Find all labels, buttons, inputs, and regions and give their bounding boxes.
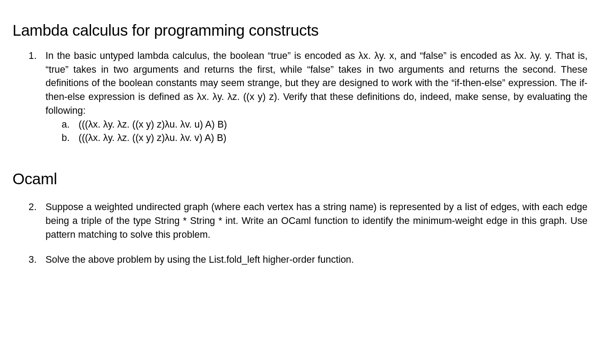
problem-2: 2. Suppose a weighted undirected graph (… bbox=[46, 200, 588, 241]
section-heading-ocaml: Ocaml bbox=[12, 170, 588, 188]
list-marker-3: 3. bbox=[29, 253, 37, 267]
problem-list-1: 1. In the basic untyped lambda calculus,… bbox=[12, 49, 588, 145]
problem-1a-text: (((λx. λy. λz. ((x y) z)λu. λv. u) A) B) bbox=[79, 119, 227, 130]
problem-1: 1. In the basic untyped lambda calculus,… bbox=[46, 49, 588, 145]
section-heading-lambda: Lambda calculus for programming construc… bbox=[12, 21, 588, 39]
list-marker-2: 2. bbox=[29, 200, 37, 214]
problem-1a: a. (((λx. λy. λz. ((x y) z)λu. λv. u) A)… bbox=[79, 118, 588, 132]
problem-1-sublist: a. (((λx. λy. λz. ((x y) z)λu. λv. u) A)… bbox=[46, 118, 588, 145]
sublist-marker-b: b. bbox=[62, 131, 70, 145]
problem-list-3: 3. Solve the above problem by using the … bbox=[12, 253, 588, 267]
problem-1-text: In the basic untyped lambda calculus, th… bbox=[46, 50, 588, 116]
problem-3: 3. Solve the above problem by using the … bbox=[46, 253, 588, 267]
problem-list-2: 2. Suppose a weighted undirected graph (… bbox=[12, 200, 588, 241]
problem-3-text: Solve the above problem by using the Lis… bbox=[46, 254, 354, 265]
problem-1b: b. (((λx. λy. λz. ((x y) z)λu. λv. v) A)… bbox=[79, 131, 588, 145]
problem-1b-text: (((λx. λy. λz. ((x y) z)λu. λv. v) A) B) bbox=[79, 132, 226, 143]
sublist-marker-a: a. bbox=[62, 118, 70, 132]
list-marker-1: 1. bbox=[29, 49, 37, 63]
problem-2-text: Suppose a weighted undirected graph (whe… bbox=[46, 202, 588, 240]
